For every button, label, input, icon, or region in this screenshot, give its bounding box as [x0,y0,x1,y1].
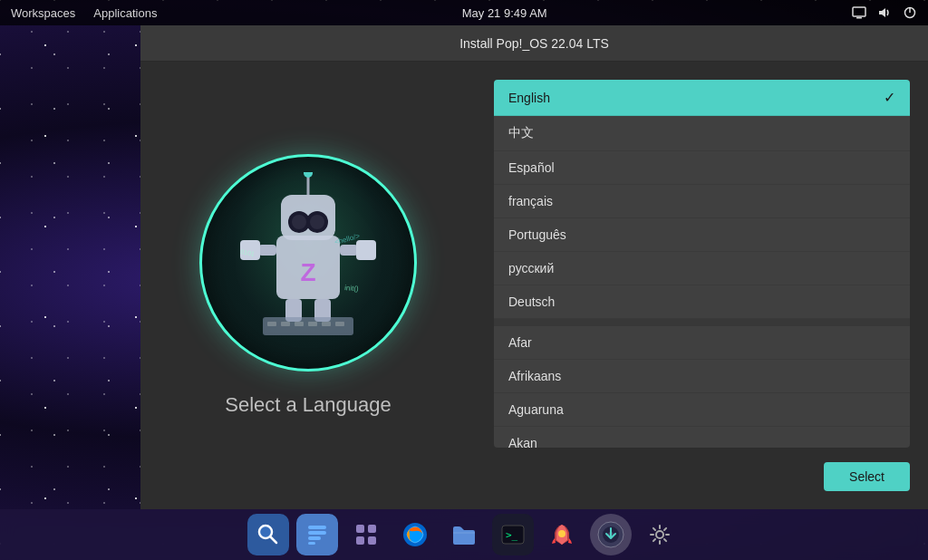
svg-marker-2 [879,8,885,17]
svg-rect-35 [308,531,326,535]
language-list[interactable]: English ✓ 中文 Español français Português … [494,80,910,448]
svg-rect-25 [267,322,276,326]
taskbar-install-icon[interactable] [590,514,632,555]
applications-menu[interactable]: Applications [93,6,157,20]
screen-icon[interactable] [852,5,866,20]
language-item-chinese[interactable]: 中文 [494,116,910,151]
left-panel: Z [140,62,476,509]
power-icon[interactable] [903,5,917,20]
svg-rect-10 [356,240,376,260]
svg-point-16 [292,215,306,229]
taskbar: >_ [0,509,928,560]
window-content: Z [140,62,928,509]
language-item-espanol[interactable]: Español [494,151,910,185]
language-item-deutsch[interactable]: Deutsch [494,285,910,319]
taskbar-firefox-icon[interactable] [394,514,436,555]
svg-rect-41 [368,536,376,545]
svg-rect-1 [856,17,862,19]
button-area: Select [494,448,910,491]
taskbar-grid-icon[interactable] [345,514,387,555]
window-title: Install Pop!_OS 22.04 LTS [459,36,609,51]
taskbar-search-icon[interactable] [247,514,289,555]
svg-rect-34 [308,526,326,529]
svg-rect-8 [340,245,358,256]
svg-rect-40 [356,536,364,545]
right-panel: English ✓ 中文 Español français Português … [476,62,928,509]
language-item-portugues[interactable]: Português [494,218,910,252]
topbar-left: Workspaces Applications [11,6,157,20]
selected-checkmark: ✓ [884,89,895,106]
taskbar-folder-icon[interactable] [443,514,485,555]
language-item-aguaruna[interactable]: Aguaruna [494,393,910,427]
select-language-label: Select a Language [225,393,392,417]
svg-rect-28 [308,322,317,326]
language-item-english[interactable]: English ✓ [494,80,910,116]
topbar: Workspaces Applications May 21 9:49 AM [0,0,928,25]
svg-rect-26 [281,322,290,326]
svg-rect-27 [295,322,304,326]
svg-text:>_: >_ [506,529,518,541]
svg-rect-38 [356,525,364,533]
robot-illustration: Z [199,154,417,372]
svg-rect-36 [308,536,321,540]
svg-point-20 [304,172,313,178]
topbar-right [852,5,917,20]
svg-point-46 [558,530,566,537]
svg-text:Z: Z [300,258,315,286]
svg-rect-0 [853,7,865,16]
installer-window: Install Pop!_OS 22.04 LTS Z [140,25,928,509]
taskbar-settings-icon[interactable] [639,514,681,555]
select-button[interactable]: Select [824,462,910,491]
language-item-francais[interactable]: français [494,185,910,218]
language-item-akan[interactable]: Akan [494,427,910,448]
workspaces-menu[interactable]: Workspaces [11,6,75,20]
svg-rect-39 [368,525,376,533]
taskbar-terminal-icon[interactable]: >_ [492,514,534,555]
svg-rect-37 [308,542,315,545]
topbar-datetime: May 21 9:49 AM [157,6,852,20]
svg-rect-30 [335,322,344,326]
svg-point-50 [656,531,663,538]
window-titlebar: Install Pop!_OS 22.04 LTS [140,25,928,62]
svg-rect-18 [306,219,310,225]
svg-text:init(): init() [344,284,360,293]
svg-line-32 [271,537,277,544]
language-item-afrikaans[interactable]: Afrikaans [494,360,910,393]
language-item-afar[interactable]: Afar [494,326,910,360]
language-item-russian[interactable]: русский [494,252,910,285]
volume-icon[interactable] [877,5,892,20]
taskbar-rocket-icon[interactable] [541,514,583,555]
svg-point-17 [310,215,324,229]
language-list-separator [494,319,910,326]
svg-point-33 [260,526,271,537]
svg-rect-29 [322,322,331,326]
svg-rect-7 [258,245,276,256]
taskbar-files-icon[interactable] [296,514,338,555]
